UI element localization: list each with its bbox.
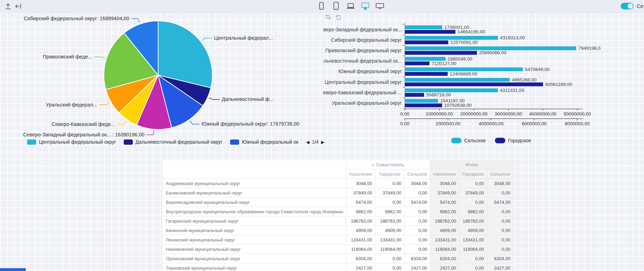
phone-icon[interactable] (317, 1, 326, 10)
row-value-cell: 5474,00 (430, 198, 459, 207)
table-row: Внутригородское муниципальное образовани… (162, 207, 514, 216)
row-value-cell: 119064,00 (346, 245, 375, 254)
bar-Городское-6[interactable] (405, 93, 424, 97)
legend-next-arrow[interactable]: ▶ (321, 140, 325, 145)
row-value-cell: 119064,00 (375, 245, 404, 254)
device-preview-switcher (317, 1, 384, 10)
bar-value-label: 10792638,00 (444, 103, 472, 108)
legend-label: Городское (508, 138, 531, 143)
row-value-cell: 6304,00 (346, 254, 375, 263)
table-row: Верхнесадовский муниципальный округ5474,… (162, 198, 514, 207)
legend-prev-arrow[interactable]: ◀ (306, 140, 309, 145)
bar-Сельское-1[interactable] (405, 36, 498, 40)
bar-Городское-0[interactable] (405, 30, 455, 34)
table-column-header: Население (430, 169, 459, 179)
bar-category-label: Приволжский федеральный округ (325, 48, 402, 53)
table-row: Орлиновский муниципальный округ6304,000,… (162, 254, 514, 263)
pie-callout-label: Приволжский феде... (43, 54, 92, 59)
bar-Сельское-6[interactable] (405, 88, 498, 92)
bar-Сельское-3[interactable] (405, 57, 446, 61)
bar-legend-item-1[interactable]: Городское (495, 138, 531, 143)
export-upload-icon[interactable] (4, 2, 12, 10)
tablet-icon[interactable] (332, 1, 341, 10)
row-value-cell: 0,00 (404, 226, 430, 235)
bar-Городское-3[interactable] (405, 62, 430, 65)
row-value-cell: 0,00 (375, 179, 404, 188)
table-row: Андреевский муниципальный округ3048,000,… (162, 179, 514, 188)
bar-Городское-5[interactable] (405, 82, 543, 86)
table-row: Гагаринский муниципальный округ186763,00… (162, 216, 514, 226)
pie-legend-item-1[interactable]: Дальневосточный федеральный округ (124, 139, 222, 145)
row-value-cell: 5474,00 (346, 198, 375, 207)
row-value-cell: 3048,00 (346, 179, 375, 188)
row-value-cell: 0,00 (404, 245, 430, 254)
bar-Сельское-0[interactable] (405, 25, 442, 29)
pie-callout-label: Уральский федерал... (46, 102, 97, 107)
grid-toggle-switch[interactable] (621, 3, 634, 9)
row-value-cell: 6304,00 (430, 254, 459, 263)
bar-category-label: Уральский федеральный округ (332, 100, 402, 106)
bar-value-label: 7949198,0 (578, 46, 601, 51)
pie-callout-label: Сибирский федеральный округ: 16889404,00 (24, 16, 129, 21)
legend-swatch (230, 140, 239, 145)
grouped-bar-chart[interactable]: Северо-Западный федеральный ок...1736001… (323, 13, 644, 134)
bar-value-label: 14654195,00 (457, 29, 485, 34)
row-value-cell: 0,00 (487, 216, 513, 226)
row-value-cell: 2427,00 (346, 263, 375, 271)
bar-Сельское-2[interactable] (405, 46, 576, 50)
row-value-cell: 0,00 (487, 235, 513, 245)
row-value-cell: 186763,00 (346, 216, 375, 226)
row-value-cell: 3048,00 (404, 179, 430, 188)
row-value-cell: 0,00 (404, 207, 430, 216)
bar-value-label: 20895066,00 (479, 50, 506, 55)
row-value-cell: 37849,00 (375, 188, 404, 198)
pie-chart[interactable]: Центральный федерал...Дальневосточный ф.… (0, 13, 306, 150)
row-value-cell: 0,00 (459, 263, 487, 271)
pie-callout-line (99, 103, 110, 105)
bar-legend-item-0[interactable]: Сельское (451, 138, 486, 143)
bar-Сельское-4[interactable] (405, 67, 523, 71)
table-row: Качинский муниципальный округ4909,004909… (162, 226, 514, 235)
pie-legend-item-0[interactable]: Центральный федеральный округ (27, 139, 116, 145)
row-value-cell: 6304,00 (487, 254, 513, 263)
row-value-cell: 2427,00 (487, 263, 513, 271)
table-row: Балаклавский муниципальный округ37849,00… (162, 188, 514, 198)
bar-value-label: 4865268,00 (512, 77, 537, 82)
x-axis1-tick-label: 40000000,00 (529, 111, 556, 117)
laptop-icon[interactable] (346, 1, 355, 10)
bar-Городское-4[interactable] (405, 72, 448, 76)
row-name-cell: Балаклавский муниципальный округ (162, 188, 346, 198)
row-value-cell: 119064,00 (430, 245, 459, 254)
tv-icon[interactable] (375, 1, 384, 10)
bar-Городское-2[interactable] (405, 51, 477, 55)
row-value-cell: 0,00 (404, 235, 430, 245)
pie-callout-line (117, 121, 127, 125)
row-value-cell: 0,00 (404, 188, 430, 198)
row-name-cell: Верхнесадовский муниципальный округ (162, 198, 346, 207)
bar-Городское-1[interactable] (405, 40, 448, 44)
row-value-cell: 0,00 (375, 254, 404, 263)
row-value-cell: 9862,00 (346, 207, 375, 216)
legend-label: Сельское (464, 138, 486, 143)
pie-callout-line (209, 98, 220, 99)
table-column-header: Сельское (404, 169, 430, 179)
bar-category-label: Дальневосточный федеральный ок... (323, 58, 402, 64)
row-value-cell: 6304,00 (404, 254, 430, 263)
desktop-icon[interactable] (361, 1, 370, 10)
collapse-left-icon[interactable] (15, 2, 22, 10)
bar-Сельское-7[interactable] (405, 99, 438, 103)
bottom-panel-edge (0, 268, 26, 271)
pie-callout-line (131, 19, 140, 23)
bar-Городское-7[interactable] (405, 103, 442, 107)
row-value-cell: 0,00 (459, 198, 487, 207)
row-value-cell: 37849,00 (346, 188, 375, 198)
x-axis1-tick-label: 50000000,00 (564, 111, 591, 117)
bar-value-label: 5568718,00 (426, 92, 451, 97)
row-value-cell: 0,00 (459, 254, 487, 263)
pie-legend-item-2[interactable]: Южный федеральный ок (230, 139, 298, 145)
pie-callout-line (190, 121, 199, 124)
legend-swatch (451, 138, 462, 143)
bar-Сельское-5[interactable] (405, 78, 510, 82)
row-value-cell: 0,00 (404, 216, 430, 226)
row-value-cell: 0,00 (375, 263, 404, 271)
